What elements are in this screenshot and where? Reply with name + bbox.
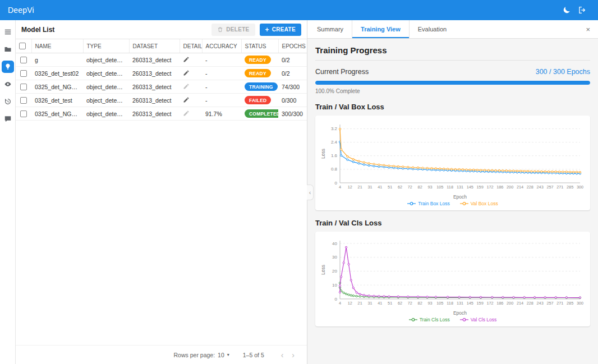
tab-evaluation[interactable]: Evaluation <box>410 20 455 38</box>
svg-text:159: 159 <box>477 301 484 306</box>
cell-status: TRAINING <box>241 80 278 94</box>
column-header-name[interactable]: NAME <box>31 39 83 53</box>
legend-item[interactable]: Val Box Loss <box>460 201 498 206</box>
sidebar-item-models[interactable] <box>2 61 14 73</box>
table-row[interactable]: gobject_detection260313_detect-READY0/2 <box>16 53 307 67</box>
svg-text:93: 93 <box>427 301 432 306</box>
edit-icon[interactable] <box>183 83 190 90</box>
cell-type: object_detection <box>83 94 129 107</box>
row-checkbox[interactable] <box>20 110 27 117</box>
dark-mode-toggle[interactable] <box>559 2 574 18</box>
cell-epochs: 0/300 <box>278 94 307 107</box>
column-header-type[interactable]: TYPE <box>83 39 129 53</box>
table-pagination: Rows per page: 10 ▾ 1–5 of 5 ‹ › <box>16 345 307 364</box>
svg-text:40: 40 <box>332 241 337 246</box>
sidebar-item-menu[interactable] <box>2 26 14 38</box>
svg-text:Epoch: Epoch <box>453 194 467 200</box>
logout-icon <box>578 6 587 15</box>
model-list-panel: Model List DELETE + CREATE NAMETYPEDATAS… <box>16 20 307 364</box>
svg-text:62: 62 <box>398 301 402 306</box>
svg-text:4: 4 <box>339 301 341 306</box>
svg-text:257: 257 <box>546 301 553 306</box>
sidebar-item-history[interactable] <box>2 95 14 108</box>
row-checkbox[interactable] <box>20 84 27 90</box>
svg-text:21: 21 <box>358 185 362 190</box>
column-header-detail[interactable]: DETAIL <box>180 39 202 53</box>
model-table: NAMETYPEDATASETDETAILACCURACYSTATUSEPOCH… <box>16 39 307 121</box>
svg-text:214: 214 <box>517 185 523 190</box>
column-header-accuracy[interactable]: ACCURACY <box>202 39 241 53</box>
table-row[interactable]: 0325_det_NGRegi...object_detection260313… <box>16 107 307 121</box>
pagination-range: 1–5 of 5 <box>243 352 264 358</box>
svg-text:2.4: 2.4 <box>331 140 338 145</box>
progress-percent-label: 100.0% Complete <box>315 88 590 94</box>
row-checkbox[interactable] <box>20 97 27 104</box>
svg-text:51: 51 <box>388 185 392 190</box>
svg-text:200: 200 <box>507 301 513 306</box>
panel-collapse-handle[interactable]: ‹ <box>307 185 314 200</box>
svg-text:31: 31 <box>367 301 372 306</box>
cell-dataset: 260313_detect <box>129 67 180 80</box>
select-all-checkbox[interactable] <box>19 43 26 49</box>
cell-epochs: 74/300 <box>278 80 307 94</box>
logout-button[interactable] <box>574 2 590 18</box>
create-button-label: CREATE <box>272 26 296 33</box>
svg-text:41: 41 <box>378 301 382 306</box>
box-loss-chart-card: 00.81.62.43.2412213141516272829310511813… <box>315 116 590 210</box>
table-row[interactable]: 0326_det_testobject_detection260313_dete… <box>16 94 307 107</box>
legend-item[interactable]: Val Cls Loss <box>460 317 497 322</box>
delete-button[interactable]: DELETE <box>211 24 255 36</box>
progress-header: Current Progress 300 / 300 Epochs <box>315 68 590 76</box>
cell-status: READY <box>241 67 278 80</box>
model-list-actions: DELETE + CREATE <box>211 24 301 36</box>
svg-text:257: 257 <box>546 185 553 190</box>
chevron-down-icon: ▾ <box>227 352 229 357</box>
table-row[interactable]: 0325_det_NGRegi...object_detection260313… <box>16 80 307 94</box>
svg-text:51: 51 <box>388 301 392 306</box>
svg-text:145: 145 <box>467 185 473 190</box>
svg-text:159: 159 <box>477 185 484 190</box>
close-panel-button[interactable]: × <box>578 25 598 34</box>
tab-training-view[interactable]: Training View <box>352 20 410 38</box>
svg-text:214: 214 <box>517 301 523 306</box>
svg-text:228: 228 <box>527 301 533 306</box>
create-button[interactable]: + CREATE <box>260 24 301 36</box>
rows-per-page-value: 10 <box>218 352 224 358</box>
column-header-dataset[interactable]: DATASET <box>129 39 180 53</box>
edit-icon[interactable] <box>183 70 190 76</box>
cell-name: 0326_det_test <box>31 94 83 107</box>
row-checkbox[interactable] <box>20 70 27 77</box>
legend-item[interactable]: Train Box Loss <box>407 201 449 206</box>
column-header-status[interactable]: STATUS <box>241 39 278 53</box>
svg-text:105: 105 <box>436 185 443 190</box>
sidebar-item-projects[interactable] <box>2 43 14 56</box>
svg-text:72: 72 <box>408 185 412 190</box>
svg-text:131: 131 <box>457 301 463 306</box>
legend-marker-icon <box>409 317 417 322</box>
svg-text:Loss: Loss <box>320 149 326 159</box>
tab-summary[interactable]: Summary <box>309 20 352 38</box>
svg-text:285: 285 <box>567 301 573 306</box>
cell-epochs: 0/2 <box>278 67 307 80</box>
edit-icon[interactable] <box>183 110 190 117</box>
detail-panel: SummaryTraining ViewEvaluation × Trainin… <box>307 20 598 364</box>
column-header-epochs[interactable]: EPOCHS <box>278 39 307 53</box>
sidebar-item-inspection[interactable] <box>2 78 14 90</box>
cls-loss-section-title: Train / Val Cls Loss <box>315 219 590 227</box>
sidebar-item-feedback[interactable] <box>2 113 14 125</box>
svg-text:243: 243 <box>537 301 544 306</box>
cell-dataset: 260313_detect <box>129 80 180 94</box>
svg-text:243: 243 <box>537 185 544 190</box>
rows-per-page-select[interactable]: Rows per page: 10 ▾ <box>174 352 229 358</box>
row-checkbox[interactable] <box>20 57 27 63</box>
svg-text:Loss: Loss <box>320 265 326 275</box>
svg-text:200: 200 <box>507 185 513 190</box>
edit-icon[interactable] <box>183 96 190 103</box>
cell-name: 0325_det_NGRegi... <box>31 107 83 121</box>
edit-icon[interactable] <box>183 56 190 63</box>
previous-page-button[interactable]: ‹ <box>278 351 287 360</box>
cell-dataset: 260313_detect <box>129 107 180 121</box>
legend-item[interactable]: Train Cls Loss <box>409 317 450 322</box>
table-row[interactable]: 0326_det_test02object_detection260313_de… <box>16 67 307 80</box>
next-page-button[interactable]: › <box>288 351 298 360</box>
